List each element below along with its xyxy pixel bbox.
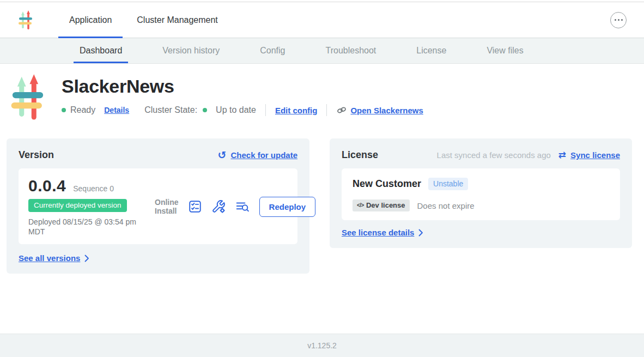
tab-license[interactable]: License <box>410 38 452 63</box>
current-version-box: 0.0.4 Sequence 0 Currently deployed vers… <box>19 168 297 244</box>
ellipsis-icon <box>615 19 616 21</box>
sync-license-link[interactable]: ⇄ Sync license <box>558 150 620 160</box>
see-all-versions-link[interactable]: See all versions <box>19 253 80 263</box>
edit-config-link[interactable]: Edit config <box>275 106 318 115</box>
application-header: SlackerNews Ready Details Cluster State:… <box>0 64 644 122</box>
version-card: Version ↺ Check for update 0.0.4 Sequenc… <box>7 138 309 274</box>
link-icon <box>336 106 347 114</box>
tab-config-label: Config <box>260 46 285 56</box>
sync-icon: ⇄ <box>558 150 566 160</box>
app-subnav: Dashboard Version history Config Trouble… <box>0 38 644 64</box>
divider <box>265 104 266 116</box>
license-type-label: Dev license <box>366 201 405 209</box>
deployed-timestamp: Deployed 08/15/25 @ 03:54 pm MDT <box>28 217 155 237</box>
version-card-title: Version <box>19 149 54 161</box>
refresh-icon: ↺ <box>218 150 227 160</box>
license-expiry: Does not expire <box>417 201 475 210</box>
cluster-state-value: Up to date <box>216 105 256 115</box>
channel-badge: Unstable <box>428 178 468 190</box>
redeploy-button[interactable]: Redeploy <box>259 197 316 217</box>
tab-view-files[interactable]: View files <box>481 38 529 63</box>
open-app-link[interactable]: Open Slackernews <box>336 106 423 115</box>
slackernews-logo-icon <box>17 9 34 31</box>
dashboard-cards: Version ↺ Check for update 0.0.4 Sequenc… <box>7 138 632 274</box>
app-header-bar: Application Cluster Management <box>0 2 644 38</box>
deployed-status-badge: Currently deployed version <box>28 199 127 212</box>
open-app-link-label: Open Slackernews <box>350 106 423 115</box>
tab-license-label: License <box>416 46 446 56</box>
app-status-row: Ready Details Cluster State: Up to date … <box>62 104 423 116</box>
code-icon: </> <box>357 202 364 208</box>
preflight-checklist-icon[interactable] <box>188 199 202 214</box>
console-version: v1.125.2 <box>307 341 337 350</box>
tab-cluster-management[interactable]: Cluster Management <box>126 2 229 38</box>
sync-license-label: Sync license <box>570 150 620 160</box>
license-type-badge: </> Dev license <box>353 199 410 211</box>
chevron-right-icon <box>84 255 89 262</box>
license-card: License Last synced a few seconds ago ⇄ … <box>330 138 632 248</box>
customer-name: New Customer <box>353 178 421 190</box>
tab-config[interactable]: Config <box>254 38 291 63</box>
tab-version-history-label: Version history <box>162 46 220 56</box>
see-license-details-link[interactable]: See license details <box>342 228 414 237</box>
tab-dashboard-label: Dashboard <box>80 46 122 56</box>
config-wrench-icon[interactable] <box>211 199 226 214</box>
overflow-menu-button[interactable] <box>610 12 627 28</box>
main-content: SlackerNews Ready Details Cluster State:… <box>0 64 644 334</box>
header-tabs: Application Cluster Management <box>58 2 229 38</box>
chevron-right-icon <box>418 229 423 237</box>
tab-dashboard[interactable]: Dashboard <box>74 38 128 63</box>
tab-troubleshoot[interactable]: Troubleshoot <box>319 38 382 63</box>
tab-troubleshoot-label: Troubleshoot <box>325 46 376 56</box>
slackernews-app-logo <box>9 73 46 122</box>
license-card-title: License <box>342 149 378 161</box>
install-type-label: Online Install <box>155 198 179 215</box>
brand-logo <box>17 2 34 38</box>
cluster-state-dot <box>203 108 207 112</box>
tab-application[interactable]: Application <box>58 2 123 38</box>
last-synced-label: Last synced a few seconds ago <box>437 150 551 160</box>
cluster-state-label: Cluster State: <box>144 105 197 115</box>
console-footer: v1.125.2 <box>0 334 644 357</box>
page-title: SlackerNews <box>62 76 423 97</box>
app-status-label: Ready <box>70 105 95 115</box>
license-details-box: New Customer Unstable </> Dev license Do… <box>342 168 620 220</box>
header-right <box>610 2 644 38</box>
version-number: 0.0.4 <box>28 177 66 195</box>
tab-view-files-label: View files <box>487 46 523 56</box>
tab-version-history[interactable]: Version history <box>156 38 226 63</box>
sequence-label: Sequence 0 <box>73 184 114 193</box>
tab-application-label: Application <box>69 15 112 25</box>
tab-cluster-management-label: Cluster Management <box>137 15 218 25</box>
divider <box>326 104 327 116</box>
view-logs-icon[interactable] <box>235 199 250 214</box>
details-link[interactable]: Details <box>104 106 129 114</box>
check-for-update-link[interactable]: ↺ Check for update <box>218 150 297 160</box>
check-for-update-label: Check for update <box>230 150 297 160</box>
app-status-dot <box>62 108 66 112</box>
